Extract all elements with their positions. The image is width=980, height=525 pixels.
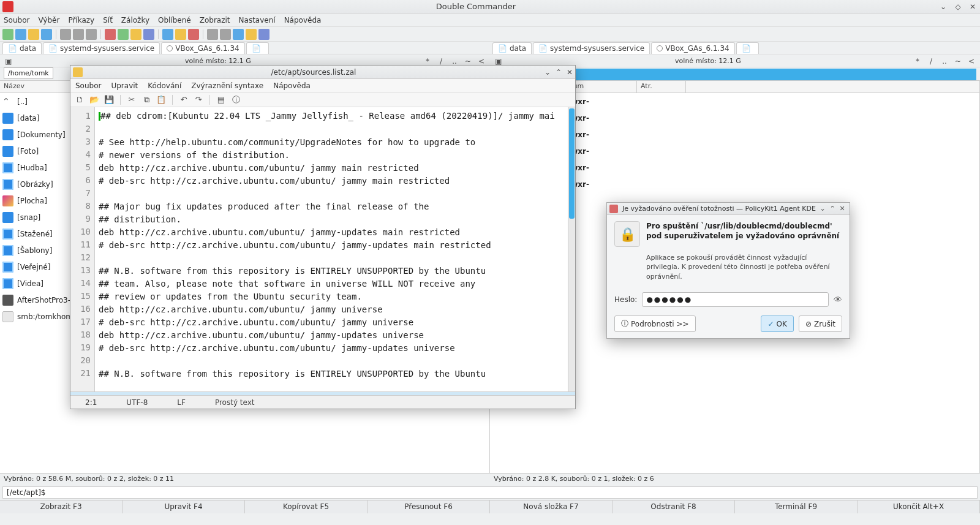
copy-icon[interactable]: ⧉ — [141, 94, 152, 105]
pk-titlebar[interactable]: Je vyžadováno ověření totožnosti — Polic… — [607, 203, 850, 215]
redo-icon[interactable]: ↷ — [193, 94, 204, 105]
editor-close-icon[interactable]: ✕ — [564, 68, 575, 77]
fkey-f9[interactable]: Terminál F9 — [735, 500, 858, 513]
scrollbar-thumb[interactable] — [569, 108, 575, 219]
close-icon[interactable]: ✕ — [967, 1, 978, 12]
config-icon[interactable]: ▤ — [216, 94, 227, 105]
copy-icon[interactable] — [162, 29, 173, 40]
drive-left-icon[interactable]: ▣ — [4, 57, 13, 66]
pk-min-icon[interactable]: ⌄ — [818, 205, 827, 213]
minimize-icon[interactable]: ⌄ — [938, 1, 949, 12]
left-up[interactable]: .. — [450, 57, 459, 66]
pk-max-icon[interactable]: ⌃ — [827, 205, 837, 213]
editor-scrollbar[interactable] — [568, 107, 575, 391]
folder-hl-icon — [2, 229, 13, 240]
maximize-icon[interactable]: ◇ — [952, 1, 963, 12]
move-icon[interactable] — [175, 29, 186, 40]
tab-left-extra[interactable]: 📄 — [246, 42, 269, 54]
status-enc: UTF-8 — [111, 398, 162, 407]
details-button[interactable]: ⓘPodrobnosti >> — [614, 315, 696, 332]
tab-right-systemd[interactable]: 📄systemd-sysusers.service — [533, 42, 650, 54]
tab-left-vbox[interactable]: VBox_GAs_6.1.34 — [161, 42, 244, 54]
undo-icon[interactable]: ↶ — [178, 94, 189, 105]
flag2-icon[interactable] — [118, 29, 129, 40]
emenu-kodovani[interactable]: Kódování — [148, 81, 181, 90]
editor-content[interactable]: 123456789101112131415161718192021 ## deb… — [70, 107, 575, 391]
menu-sit[interactable]: Síť — [103, 16, 113, 25]
right-root[interactable]: / — [926, 57, 936, 66]
fkey-f3[interactable]: Zobrazit F3 — [0, 500, 123, 513]
fkey-f7[interactable]: Nová složka F7 — [490, 500, 612, 513]
menu-vyber[interactable]: Výběr — [38, 16, 59, 25]
exe-icon — [2, 295, 13, 306]
swap-icon[interactable] — [73, 29, 84, 40]
menu-napoveda[interactable]: Nápověda — [284, 16, 322, 25]
ok-button[interactable]: ✓OK — [761, 315, 793, 332]
tab-left-data[interactable]: 📄data — [2, 42, 42, 54]
tab-right-extra[interactable]: 📄 — [736, 42, 759, 54]
about-icon[interactable]: ⓘ — [230, 94, 241, 105]
menu-prikazy[interactable]: Příkazy — [68, 16, 94, 25]
refresh-icon[interactable] — [2, 29, 13, 40]
sync-icon[interactable] — [246, 29, 257, 40]
col-attr[interactable]: Atr. — [637, 81, 686, 93]
right-star[interactable]: * — [913, 57, 922, 66]
password-input[interactable]: ●●●●●● — [642, 292, 829, 307]
code-area[interactable]: ## deb cdrom:[Kubuntu 22.04 LTS _Jammy J… — [95, 107, 568, 391]
fkey-f5[interactable]: Kopírovat F5 — [245, 500, 368, 513]
pk-close-icon[interactable]: ✕ — [837, 205, 847, 213]
full-icon[interactable] — [41, 29, 52, 40]
folder-hl-icon — [2, 262, 13, 273]
emenu-soubor[interactable]: Soubor — [75, 81, 101, 90]
right-up[interactable]: .. — [940, 57, 949, 66]
settings-icon[interactable] — [258, 29, 270, 40]
fkey-f4[interactable]: Upravit F4 — [123, 500, 245, 513]
editor-min-icon[interactable]: ⌄ — [542, 68, 553, 77]
fkey-f8[interactable]: Odstranit F8 — [612, 500, 735, 513]
breadcrumb-left[interactable]: /home/tomk — [4, 67, 53, 79]
pack-icon[interactable] — [207, 29, 218, 40]
unpack-icon[interactable] — [220, 29, 231, 40]
fkey-altx[interactable]: Ukončit Alt+X — [858, 500, 980, 513]
editor-titlebar[interactable]: /etc/apt/sources.list.zal ⌄ ⌃ ✕ — [70, 66, 575, 79]
flag1-icon[interactable] — [105, 29, 116, 40]
left-home[interactable]: ~ — [463, 57, 473, 66]
menu-zobrazit[interactable]: Zobrazit — [200, 16, 230, 25]
menu-oblibene[interactable]: Oblíbené — [158, 16, 191, 25]
new-file-icon[interactable]: 🗋 — [74, 94, 85, 105]
emenu-syntax[interactable]: Zvýraznění syntaxe — [191, 81, 263, 90]
tab-right-vbox[interactable]: VBox_GAs_6.1.34 — [651, 42, 734, 54]
dc-toolbar — [0, 27, 980, 42]
tab-left-systemd[interactable]: 📄systemd-sysusers.service — [43, 42, 160, 54]
cmd-line[interactable]: [/etc/apt]$ — [2, 486, 978, 499]
right-home[interactable]: ~ — [953, 57, 963, 66]
fkey-f6[interactable]: Přesunout F6 — [368, 500, 490, 513]
paste-icon[interactable]: 📋 — [156, 94, 167, 105]
brief-icon[interactable] — [28, 29, 39, 40]
drive-right-icon[interactable]: ▣ — [494, 57, 503, 66]
cut-icon[interactable]: ✂ — [126, 94, 137, 105]
left-star[interactable]: * — [423, 57, 432, 66]
editor-max-icon[interactable]: ⌃ — [553, 68, 564, 77]
flag3-icon[interactable] — [130, 29, 141, 40]
tab-right-data[interactable]: 📄data — [492, 42, 532, 54]
menu-nastaveni[interactable]: Nastavení — [239, 16, 276, 25]
emenu-upravit[interactable]: Upravit — [111, 81, 138, 90]
eye-icon[interactable]: 👁 — [834, 295, 842, 304]
target-icon[interactable] — [86, 29, 97, 40]
left-root[interactable]: / — [436, 57, 446, 66]
mirror-icon[interactable] — [60, 29, 71, 40]
left-back[interactable]: < — [477, 57, 486, 66]
flag4-icon[interactable] — [143, 29, 154, 40]
status-pos: 2:1 — [70, 398, 111, 407]
menu-soubor[interactable]: Soubor — [4, 16, 29, 25]
right-back[interactable]: < — [967, 57, 976, 66]
search-icon[interactable] — [233, 29, 244, 40]
delete-icon[interactable] — [188, 29, 199, 40]
terminal-icon[interactable] — [15, 29, 26, 40]
save-icon[interactable]: 💾 — [104, 94, 115, 105]
menu-zalozky[interactable]: Záložky — [121, 16, 149, 25]
emenu-napoveda[interactable]: Nápověda — [273, 81, 311, 90]
open-file-icon[interactable]: 📂 — [89, 94, 100, 105]
cancel-button[interactable]: ⊘Zrušit — [799, 315, 842, 332]
